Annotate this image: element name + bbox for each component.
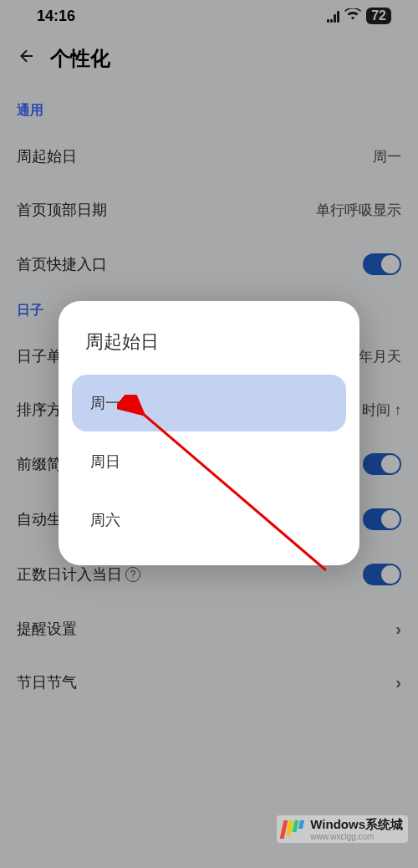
watermark-logo-icon [282, 820, 303, 839]
week-start-dialog: 周起始日 周一 周日 周六 [59, 301, 359, 565]
watermark-title: Windows系统城 [310, 817, 403, 831]
option-sunday[interactable]: 周日 [72, 433, 346, 490]
option-monday[interactable]: 周一 [72, 375, 346, 431]
watermark: Windows系统城 www.wxclgg.com [277, 815, 408, 843]
dialog-title: 周起始日 [67, 323, 351, 373]
option-saturday[interactable]: 周六 [72, 492, 346, 549]
watermark-url: www.wxclgg.com [310, 833, 403, 841]
